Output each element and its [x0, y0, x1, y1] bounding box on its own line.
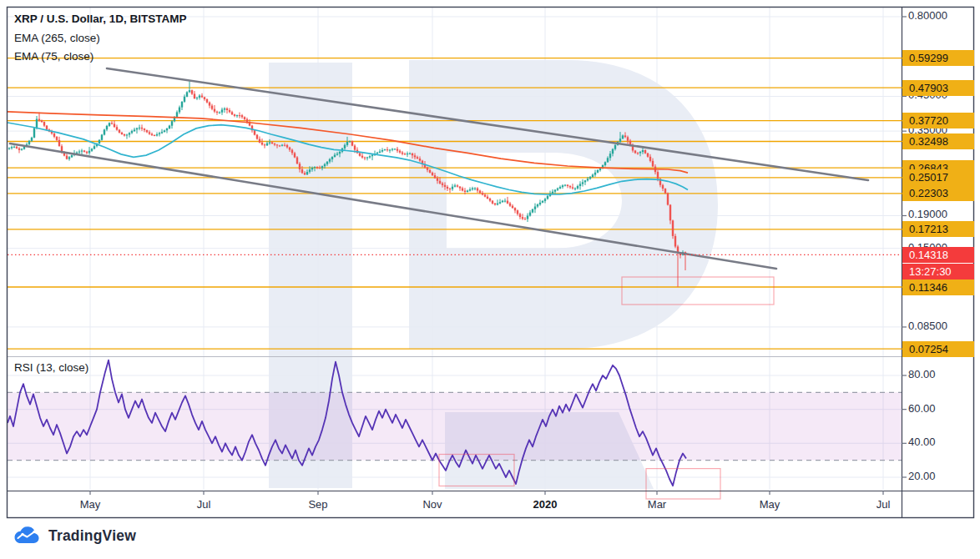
- rsi-axis-label: 40.00: [908, 436, 936, 448]
- time-axis-label: Jul: [185, 498, 222, 511]
- indicator-legend-rsi[interactable]: RSI (13, close): [14, 361, 88, 375]
- price-axis-label: 0.08500: [908, 320, 947, 332]
- time-axis-label: Nov: [414, 498, 451, 511]
- indicator-legend-ema265[interactable]: EMA (265, close): [14, 32, 100, 46]
- price-level-badge: 0.25017: [902, 169, 974, 185]
- time-axis-label: May: [751, 498, 788, 511]
- price-level-badge: 0.37720: [902, 113, 974, 128]
- price-level-badge: 0.47903: [902, 80, 974, 96]
- time-axis-label: Sep: [300, 498, 336, 511]
- rsi-axis-label: 80.00: [908, 368, 936, 380]
- rsi-axis-label: 20.00: [908, 470, 936, 482]
- countdown-badge: 13:27:30: [902, 264, 974, 280]
- price-level-badge: 0.59299: [902, 50, 974, 66]
- price-axis-label: 0.19000: [908, 208, 947, 220]
- time-axis-label: May: [72, 498, 109, 511]
- chart-canvas[interactable]: [0, 0, 980, 559]
- tradingview-logo[interactable]: TradingView: [12, 526, 136, 546]
- time-axis-label: Mar: [639, 498, 675, 511]
- rsi-axis-label: 60.00: [908, 402, 936, 415]
- rsi-band: [8, 392, 902, 460]
- price-level-badge: 0.07254: [902, 341, 974, 357]
- current-price-badge: 0.14318: [902, 247, 974, 263]
- price-level-badge: 0.32498: [902, 133, 974, 149]
- price-axis-label: 0.80000: [908, 9, 947, 22]
- price-level-badge: 0.22303: [902, 185, 974, 201]
- tradingview-cloud-icon: [12, 526, 42, 546]
- tradingview-chart-window: XRP / U.S. Dollar, 1D, BITSTAMP EMA (265…: [0, 0, 980, 559]
- indicator-legend-ema75[interactable]: EMA (75, close): [14, 50, 93, 64]
- symbol-legend[interactable]: XRP / U.S. Dollar, 1D, BITSTAMP: [14, 13, 187, 27]
- price-level-badge: 0.11346: [902, 280, 974, 295]
- price-level-badge: 0.17213: [902, 221, 974, 237]
- tradingview-wordmark: TradingView: [48, 527, 136, 545]
- time-axis-label: 2020: [527, 498, 563, 511]
- time-axis-label: Jul: [865, 498, 902, 511]
